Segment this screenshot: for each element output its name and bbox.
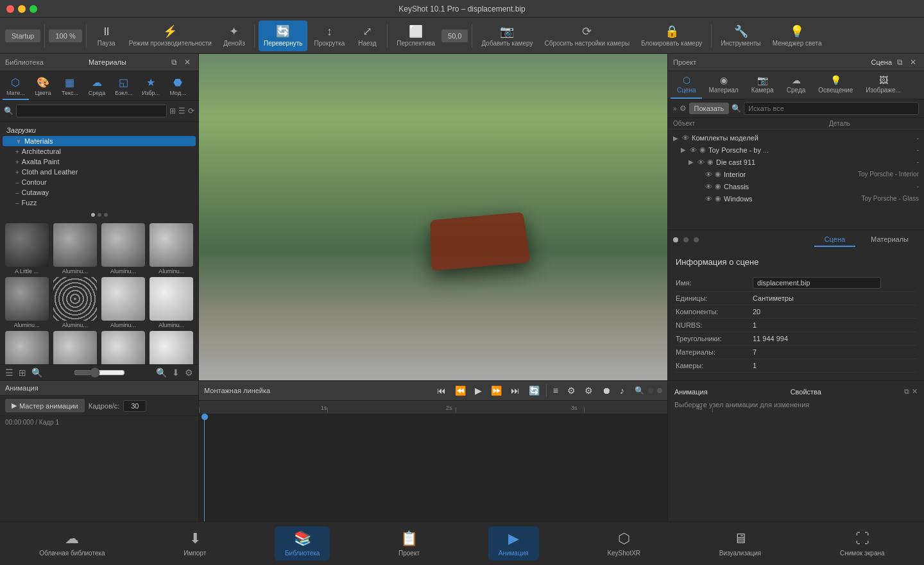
scene-search-input[interactable] bbox=[744, 102, 919, 115]
record-button[interactable]: ⏺ bbox=[599, 384, 613, 397]
dot-2[interactable] bbox=[98, 213, 101, 217]
dot-3[interactable] bbox=[104, 213, 108, 217]
perspective-value[interactable]: 50,0 bbox=[441, 30, 468, 42]
subtab-dot-3[interactable] bbox=[694, 237, 699, 242]
tab-models[interactable]: ⬣ Мод... bbox=[165, 74, 191, 100]
material-item[interactable]: Aluminu... bbox=[52, 223, 98, 274]
gear-anim-button[interactable]: ⚙ bbox=[565, 384, 578, 397]
scene-tree-row[interactable]: ▶ 👁 ◉ Toy Porsche - by ... - bbox=[668, 144, 924, 156]
anim-extra-button[interactable]: ⚙ bbox=[582, 384, 595, 397]
sub-tab-materials[interactable]: Материалы bbox=[860, 233, 919, 247]
scene-tree-row[interactable]: ▶ 👁 ◉ Die cast 911 - bbox=[668, 156, 924, 168]
material-item[interactable]: Aluminu... bbox=[52, 331, 98, 364]
close-button[interactable] bbox=[6, 5, 14, 13]
dock-cloud-library[interactable]: ☁ Облачная библиотека bbox=[29, 527, 115, 561]
material-icon[interactable]: ◉ bbox=[715, 194, 721, 203]
fps-input[interactable] bbox=[123, 400, 146, 412]
tab-image[interactable]: 🖼 Изображе... bbox=[859, 71, 907, 99]
material-item[interactable]: Aluminu... bbox=[101, 223, 146, 274]
settings-icon[interactable]: ⚙ bbox=[185, 367, 193, 378]
step-back-button[interactable]: ⏪ bbox=[452, 384, 468, 397]
subtab-dot-2[interactable] bbox=[683, 237, 689, 242]
skip-start-button[interactable]: ⏮ bbox=[434, 384, 449, 397]
tab-backlight[interactable]: ◱ Бэкл... bbox=[111, 74, 137, 100]
perspective-button[interactable]: ⬜ Перспектива bbox=[391, 21, 440, 51]
step-forward-button[interactable]: ⏩ bbox=[488, 384, 504, 397]
tab-env[interactable]: ☁ Среда bbox=[780, 71, 812, 99]
loop-button[interactable]: 🔄 bbox=[526, 384, 542, 397]
visibility-icon[interactable]: 👁 bbox=[690, 146, 697, 154]
material-icon[interactable]: ◉ bbox=[715, 182, 721, 190]
size-range-input[interactable] bbox=[74, 367, 125, 378]
material-icon[interactable]: ◉ bbox=[715, 170, 721, 178]
tab-colors[interactable]: 🎨 Цвета bbox=[30, 74, 56, 100]
visibility-icon[interactable]: 👁 bbox=[705, 183, 712, 190]
denoise-button[interactable]: ✦ Денойз bbox=[218, 21, 250, 51]
instruments-button[interactable]: 🔧 Инструменты bbox=[715, 21, 766, 51]
arrows-icon[interactable]: » bbox=[673, 105, 677, 112]
material-item[interactable]: Aluminu... bbox=[149, 331, 194, 364]
search-icon[interactable]: 🔍 bbox=[31, 367, 42, 378]
tree-item-cloth[interactable]: + Cloth and Leather bbox=[3, 167, 196, 177]
material-item[interactable]: Aluminu... bbox=[4, 277, 49, 328]
tab-textures[interactable]: ▦ Текс... bbox=[57, 74, 83, 100]
play-button[interactable]: ▶ bbox=[472, 384, 484, 397]
material-item[interactable]: Aluminu... bbox=[149, 223, 194, 274]
light-manager-button[interactable]: 💡 Менеджер света bbox=[767, 21, 827, 51]
refresh-icon[interactable]: ⟳ bbox=[188, 106, 194, 115]
viewport[interactable] bbox=[199, 54, 667, 380]
visibility-icon[interactable]: 👁 bbox=[705, 171, 712, 178]
material-item[interactable]: A Little ... bbox=[4, 223, 49, 274]
sub-tab-scene[interactable]: Сцена bbox=[814, 233, 855, 247]
import-icon[interactable]: ⬇ bbox=[172, 367, 180, 378]
dock-project[interactable]: 📋 Проект bbox=[388, 527, 430, 561]
material-item[interactable]: Aluminu... bbox=[4, 331, 49, 364]
scene-tree-row[interactable]: 👁 ◉ Windows Toy Porsche - Glass bbox=[668, 192, 924, 205]
flip-button[interactable]: 🔄 Перевернуть bbox=[259, 21, 308, 51]
tab-environment[interactable]: ☁ Среда bbox=[84, 74, 110, 100]
subtab-dot-1[interactable] bbox=[673, 237, 678, 242]
dock-visualization[interactable]: 🖥 Визуализация bbox=[709, 527, 771, 561]
tree-item-architectural[interactable]: + Architectural bbox=[3, 146, 196, 156]
grid-view-icon[interactable]: ⊞ bbox=[169, 106, 176, 115]
material-item[interactable]: Aluminu... bbox=[149, 277, 194, 328]
tree-item-contour[interactable]: – Contour bbox=[3, 177, 196, 187]
material-item[interactable]: Aluminu... bbox=[101, 277, 146, 328]
settings-scene-icon[interactable]: ⚙ bbox=[680, 104, 687, 113]
zoom-button[interactable]: 100 % bbox=[49, 30, 81, 42]
list-view-icon[interactable]: ☰ bbox=[178, 106, 185, 115]
scene-tree-row[interactable]: 👁 ◉ Chassis - bbox=[668, 180, 924, 192]
tab-materials[interactable]: ⬡ Мате... bbox=[3, 74, 29, 100]
zoom-in-button[interactable]: ⤢ Наезд bbox=[351, 21, 383, 51]
scene-tree-row[interactable]: ▶ 👁 Комплекты моделей - bbox=[668, 132, 924, 144]
scroll-button[interactable]: ↕ Прокрутка bbox=[309, 21, 350, 51]
scene-tree-row[interactable]: 👁 ◉ Interior Toy Porsche - Interior bbox=[668, 168, 924, 180]
library-search-input[interactable] bbox=[16, 105, 167, 117]
audio-button[interactable]: ♪ bbox=[617, 384, 627, 397]
timeline-content-area[interactable] bbox=[199, 414, 667, 521]
reset-camera-button[interactable]: ⟳ Сбросить настройки камеры bbox=[539, 21, 635, 51]
tab-material[interactable]: ◉ Материал bbox=[702, 71, 744, 99]
skip-end-button[interactable]: ⏭ bbox=[508, 384, 522, 397]
visibility-icon[interactable]: 👁 bbox=[697, 158, 705, 166]
master-animation-button[interactable]: ▶ Мастер анимации bbox=[5, 399, 85, 412]
dock-library[interactable]: 📚 Библиотека bbox=[275, 527, 330, 561]
dock-screenshot[interactable]: ⛶ Снимок экрана bbox=[830, 527, 895, 561]
expand-right-icon[interactable]: ⧉ bbox=[897, 58, 906, 67]
performance-button[interactable]: ⚡ Режим производительности bbox=[124, 21, 217, 51]
dock-import[interactable]: ⬇ Импорт bbox=[173, 527, 216, 561]
grid-icon[interactable]: ⊞ bbox=[19, 367, 26, 378]
settings-anim-button[interactable]: ≡ bbox=[551, 384, 561, 397]
expand-anim-icon[interactable]: ⧉ bbox=[904, 387, 909, 396]
tree-item-axalta[interactable]: + Axalta Paint bbox=[3, 156, 196, 167]
material-icon[interactable]: ◉ bbox=[699, 146, 706, 154]
tree-item-materials[interactable]: ▼ Materials bbox=[3, 136, 196, 146]
tab-lighting[interactable]: 💡 Освещение bbox=[812, 71, 859, 99]
pause-button[interactable]: ⏸ Пауза bbox=[90, 21, 123, 51]
expand-icon[interactable]: ⧉ bbox=[171, 58, 180, 67]
show-button[interactable]: Показать bbox=[689, 103, 730, 114]
visibility-icon[interactable]: 👁 bbox=[705, 195, 712, 203]
search-timeline-icon[interactable]: 🔍 bbox=[635, 386, 644, 395]
tree-item-fuzz[interactable]: – Fuzz bbox=[3, 198, 196, 208]
close-panel-icon[interactable]: ✕ bbox=[184, 58, 193, 67]
